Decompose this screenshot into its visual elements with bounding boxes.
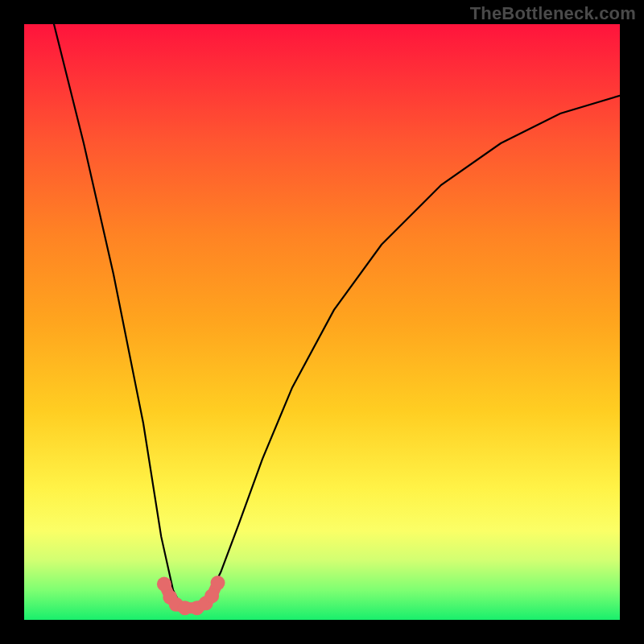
bottleneck-curve-path [54,24,620,608]
trough-marker-dot [157,577,171,592]
bottleneck-curve-svg [24,24,620,620]
trough-marker-dot [204,588,219,603]
watermark-text: TheBottleneck.com [470,3,636,24]
trough-marker-dot [211,576,225,590]
trough-marker-dots [157,576,225,615]
chart-plot-area [24,24,620,620]
